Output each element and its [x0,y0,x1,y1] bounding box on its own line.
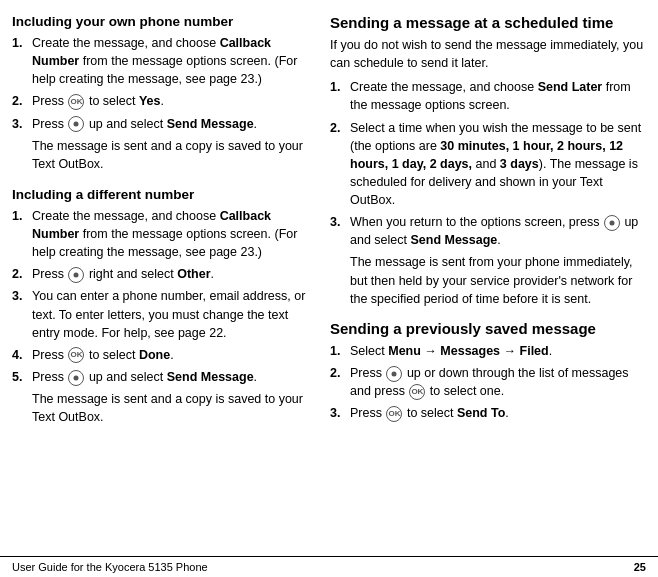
list-content: Select Menu → Messages → Filed. [350,342,646,360]
bold-text: Send Later [538,80,603,94]
main-content: Including your own phone number 1. Creat… [0,0,658,556]
list-content: You can enter a phone number, email addr… [32,287,312,341]
list-number: 3. [330,213,348,249]
bold-text: Send To [457,406,505,420]
left-column: Including your own phone number 1. Creat… [12,14,312,546]
list-item: 1. Create the message, and choose Callba… [12,34,312,88]
ok-icon: OK [409,384,425,400]
ok-icon: OK [68,347,84,363]
bold-text: Callback Number [32,36,271,68]
list-item: 3. You can enter a phone number, email a… [12,287,312,341]
bold-text: Menu [388,344,421,358]
list-number: 2. [330,119,348,210]
list-item: 4. Press OK to select Done. [12,346,312,364]
sub-text: The message is sent and a copy is saved … [32,137,312,173]
bold-text: Send Message [167,370,254,384]
bold-text: Messages [440,344,500,358]
section-title-different-number: Including a different number [12,187,312,202]
list-content: Press right and select Other. [32,265,312,283]
list-item: 1. Create the message, and choose Send L… [330,78,646,114]
intro-text: If you do not wish to send the message i… [330,36,646,72]
list-content: When you return to the options screen, p… [350,213,646,249]
list-number: 2. [12,265,30,283]
list-content: Press OK to select Send To. [350,404,646,422]
different-number-list: 1. Create the message, and choose Callba… [12,207,312,386]
list-content: Press up and select Send Message. [32,368,312,386]
footer: User Guide for the Kyocera 5135 Phone 25 [0,556,658,577]
list-number: 3. [12,287,30,341]
section-title-own-number: Including your own phone number [12,14,312,29]
list-content: Create the message, and choose Callback … [32,34,312,88]
list-item: 2. Select a time when you wish the messa… [330,119,646,210]
list-number: 2. [330,364,348,400]
list-item: 2. Press up or down through the list of … [330,364,646,400]
list-item: 1. Create the message, and choose Callba… [12,207,312,261]
section-title-saved: Sending a previously saved message [330,320,646,337]
bold-text: Callback Number [32,209,271,241]
bold-text: Send Message [410,233,497,247]
bold-text: Send Message [167,117,254,131]
list-number: 1. [12,207,30,261]
footer-right: 25 [634,561,646,573]
list-item: 2. Press right and select Other. [12,265,312,283]
list-number: 3. [330,404,348,422]
list-number: 1. [330,342,348,360]
list-number: 3. [12,115,30,133]
nav-icon [604,215,620,231]
nav-icon [386,366,402,382]
footer-left: User Guide for the Kyocera 5135 Phone [12,561,208,573]
bold-text: 3 days [500,157,539,171]
scheduled-list: 1. Create the message, and choose Send L… [330,78,646,249]
ok-icon: OK [386,406,402,422]
sub-text: The message is sent and a copy is saved … [32,390,312,426]
list-item: 5. Press up and select Send Message. [12,368,312,386]
list-number: 4. [12,346,30,364]
bold-text: Other [177,267,210,281]
nav-icon [68,116,84,132]
nav-icon [68,267,84,283]
list-number: 1. [12,34,30,88]
bold-text: 30 minutes, 1 hour, 2 hours, 12 hours, 1… [350,139,623,171]
saved-list: 1. Select Menu → Messages → Filed. 2. Pr… [330,342,646,423]
ok-icon: OK [68,94,84,110]
list-item: 3. Press OK to select Send To. [330,404,646,422]
list-number: 2. [12,92,30,110]
list-content: Press OK to select Done. [32,346,312,364]
nav-icon [68,370,84,386]
list-number: 1. [330,78,348,114]
own-number-list: 1. Create the message, and choose Callba… [12,34,312,133]
list-content: Create the message, and choose Callback … [32,207,312,261]
list-item: 2. Press OK to select Yes. [12,92,312,110]
list-number: 5. [12,368,30,386]
section-title-scheduled: Sending a message at a scheduled time [330,14,646,31]
bold-text: Yes [139,94,161,108]
list-item: 1. Select Menu → Messages → Filed. [330,342,646,360]
list-content: Create the message, and choose Send Late… [350,78,646,114]
list-content: Select a time when you wish the message … [350,119,646,210]
list-item: 3. When you return to the options screen… [330,213,646,249]
list-content: Press up or down through the list of mes… [350,364,646,400]
bold-text: Done [139,348,170,362]
list-content: Press up and select Send Message. [32,115,312,133]
sub-text: The message is sent from your phone imme… [350,253,646,307]
bold-text: Filed [520,344,549,358]
right-column: Sending a message at a scheduled time If… [330,14,646,546]
list-item: 3. Press up and select Send Message. [12,115,312,133]
list-content: Press OK to select Yes. [32,92,312,110]
